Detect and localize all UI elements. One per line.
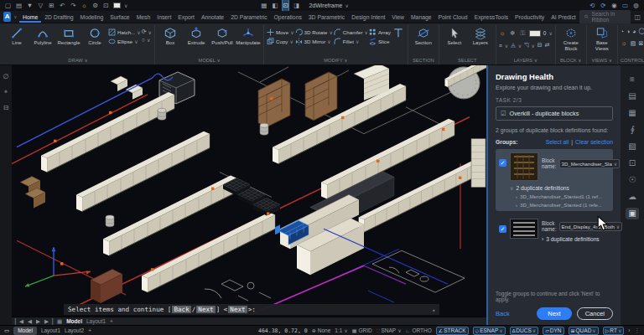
control-orbit-icon[interactable]: ◔ <box>621 28 624 34</box>
account-icon[interactable]: ◍ <box>632 0 640 11</box>
box-button[interactable]: Box <box>158 25 183 46</box>
statusbar-layout1-tab[interactable]: Layout1 <box>41 327 60 333</box>
gear-icon[interactable]: ⚙ <box>91 0 99 11</box>
ellipse-button[interactable]: Ellipse∨ <box>108 38 141 45</box>
color-swatch[interactable] <box>113 3 121 8</box>
block-name-select-2[interactable]: End_Display_4x2_Both ∨ <box>559 222 623 231</box>
model-tab[interactable]: Model <box>66 318 82 324</box>
group-label-section[interactable]: SECTION <box>411 57 436 64</box>
group-label-draw[interactable]: DRAW ∨ <box>4 57 152 64</box>
properties-icon[interactable]: ≡ <box>626 74 639 85</box>
hud-icon[interactable]: ▧ <box>631 40 636 47</box>
group1-definition-row[interactable]: › 3D_Merchandiser_Slanted1 (1 ref... <box>516 193 610 199</box>
group-label-block[interactable]: BLOCK ∨ <box>558 57 584 64</box>
save-as-icon[interactable]: ▽ <box>37 0 44 11</box>
last-tab-icon[interactable]: ▶▕ <box>44 318 53 325</box>
layers-panel-icon[interactable]: ▤ <box>626 90 639 102</box>
select-all-link[interactable]: Select all <box>546 139 569 145</box>
grid-toggle[interactable]: ▦GRID <box>352 327 372 333</box>
lightbulb-icon[interactable]: ☼ <box>80 0 88 11</box>
group-label-controls[interactable]: CONTROLS <box>621 57 644 64</box>
tab-point-cloud[interactable]: Point Cloud <box>435 12 471 23</box>
tab-insert[interactable]: Insert <box>153 12 174 23</box>
dyn-toggle[interactable]: ▱DYN <box>543 327 564 335</box>
cloud-icon[interactable]: ☁ <box>626 191 639 203</box>
next-tab-icon[interactable]: ▶ <box>36 318 40 325</box>
section-button[interactable]: Section <box>411 25 436 46</box>
layout1-tab[interactable]: Layout1 <box>86 318 106 324</box>
strack-toggle[interactable]: ∠STRACK <box>436 327 469 335</box>
workspace-icon[interactable]: ▭ <box>4 327 9 334</box>
group1-checkbox[interactable]: ✓ <box>499 159 506 167</box>
tab-design-intent[interactable]: Design Intent <box>348 12 388 23</box>
rotate-3d-button[interactable]: 3D Rotate∨ <box>295 28 333 36</box>
tab-view[interactable]: View <box>388 12 408 23</box>
blocks-panel-icon[interactable]: ▦ <box>626 107 639 119</box>
redo-icon[interactable]: ↷ <box>70 0 77 11</box>
command-option-next[interactable]: Next <box>196 306 215 313</box>
line-button[interactable]: Line <box>4 25 29 46</box>
open-file-icon[interactable]: ▤ <box>15 0 23 11</box>
control-look-icon[interactable]: ◯ <box>639 28 644 34</box>
hide-objects-icon[interactable]: ∅ <box>3 73 9 80</box>
chevron-down-icon[interactable]: ∨ <box>548 30 552 36</box>
tips-lightbulb-icon[interactable]: ☉ <box>626 174 639 186</box>
move-button[interactable]: Move∨ <box>267 28 294 36</box>
visual-style-dropdown[interactable]: 2dWireframe ∨ <box>309 3 348 8</box>
tab-ai-predict[interactable]: AI Predict <box>548 12 579 23</box>
command-default-option[interactable]: Next <box>228 306 247 313</box>
statusbar-add-layout[interactable]: + <box>88 327 91 333</box>
bricscad-logo[interactable]: A <box>3 12 11 22</box>
group2-checkbox[interactable]: ✓ <box>499 225 506 233</box>
rectangle-button[interactable]: Rectangle <box>56 25 81 46</box>
tab-productivity[interactable]: Productivity <box>512 12 548 23</box>
panel-toggle-icon[interactable]: ◫ <box>634 13 641 21</box>
copy-button[interactable]: Copy∨ <box>267 38 294 45</box>
chevron-down-icon[interactable]: ∨ <box>13 14 17 19</box>
rt-toggle[interactable]: ▷RT∨ <box>603 327 625 335</box>
slice-button[interactable]: Slice <box>369 38 391 45</box>
next-button[interactable]: Next <box>537 307 571 320</box>
base-views-button[interactable]: Base Views <box>589 25 615 51</box>
tab-modeling[interactable]: Modeling <box>77 12 107 23</box>
render-icon[interactable]: ◨ <box>293 0 300 11</box>
back-button[interactable]: Back <box>496 310 510 317</box>
group-label-views[interactable]: VIEWS ∨ <box>589 57 615 64</box>
tab-list-icon[interactable]: ▦ <box>57 318 62 325</box>
control-pan-icon[interactable]: ◑ <box>626 28 630 34</box>
revolve-icon[interactable]: ⟳∨ <box>142 28 152 35</box>
group1-definition-row[interactable]: › 3D_Merchandiser_Slanted (1 refe... <box>516 202 610 208</box>
tab-surface[interactable]: Surface <box>106 12 132 23</box>
layer-lock-icon[interactable]: ⚿ <box>519 28 527 39</box>
command-option-back[interactable]: Back <box>172 306 190 313</box>
structure-panel-icon[interactable]: ⊟ <box>3 104 9 111</box>
tab-manage[interactable]: Manage <box>408 12 435 23</box>
plot-icon[interactable]: ⊞ <box>48 0 55 11</box>
prev-tab-icon[interactable]: ◀ <box>28 318 32 325</box>
group-label-layers[interactable]: LAYERS ∨ <box>499 57 553 64</box>
layer-color-swatch[interactable] <box>529 30 541 37</box>
annotation-scale[interactable]: 1:1∨ <box>335 327 347 333</box>
group2-expand-row[interactable]: › 3 duplicate definitions <box>542 236 610 242</box>
statusbar-layout2-tab[interactable]: Layout2 <box>65 327 84 333</box>
select-button[interactable]: Select <box>442 25 467 46</box>
mirror-3d-button[interactable]: 3D Mirror∨ <box>295 38 333 45</box>
command-expand-icon[interactable]: ▴ <box>432 307 435 312</box>
attachments-icon[interactable]: ∮ <box>626 124 639 136</box>
esnap-toggle[interactable]: ◇ESNAP∨ <box>473 327 506 335</box>
chamfer-button[interactable]: Chamfer∨ <box>334 28 368 36</box>
circle-button[interactable]: Circle <box>82 25 107 46</box>
tips-icon[interactable]: ☼ <box>621 38 628 49</box>
point-icon[interactable]: ○∨ <box>142 37 152 43</box>
array-button[interactable]: Array <box>369 28 391 36</box>
tab-3d-parametric[interactable]: 3D Parametric <box>305 12 348 23</box>
push-pull-button[interactable]: Push/Pull <box>210 25 235 46</box>
control-zoom-icon[interactable]: ◕ <box>632 28 636 34</box>
tab-2d-parametric[interactable]: 2D Parametric <box>227 12 270 23</box>
task-box[interactable]: ☑ Overkill - duplicate blocks <box>496 106 613 121</box>
statusbar-menu-icon[interactable]: ⋮ <box>635 327 641 334</box>
layer-merge-icon[interactable]: ⇄ <box>545 42 550 49</box>
layer-isolate-icon[interactable]: ◬ <box>511 42 515 49</box>
drawing-health-icon[interactable]: ▣ <box>626 208 639 219</box>
save-icon[interactable]: ▼ <box>26 0 34 11</box>
